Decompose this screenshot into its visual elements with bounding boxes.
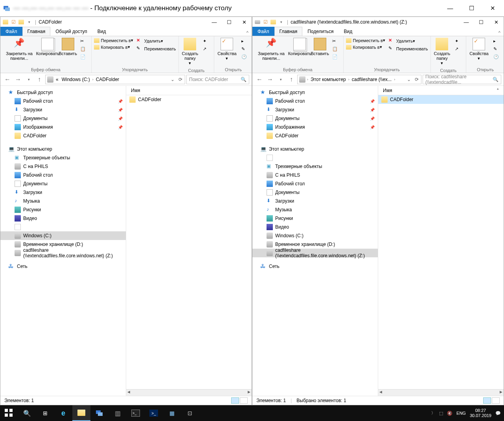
rdp-close-button[interactable]: ✕: [487, 2, 498, 14]
nav-downloads-pc[interactable]: ⬇Загрузки: [0, 188, 126, 197]
taskbar-rdp[interactable]: [90, 405, 109, 421]
tab-share[interactable]: Поделиться: [302, 27, 338, 36]
copy-path-button[interactable]: 📋: [79, 46, 90, 54]
tray-network-icon[interactable]: ⬚: [439, 411, 443, 416]
properties-button[interactable]: Свойства ▾: [467, 37, 491, 62]
easy-access-button[interactable]: ↗: [201, 46, 212, 54]
nav-desktop-pc[interactable]: Рабочий стол: [252, 179, 378, 188]
taskbar-explorer[interactable]: [72, 405, 90, 421]
nav-windows-c[interactable]: Windows (C:): [252, 231, 378, 240]
search-button[interactable]: 🔍: [18, 405, 36, 421]
nav-pictures[interactable]: Изображения📌: [252, 123, 378, 131]
qat-newfolder-icon[interactable]: [18, 18, 25, 26]
nav-3d-objects[interactable]: ▣Трехмерные объекты: [0, 153, 126, 162]
paste-button[interactable]: Вставить: [310, 37, 330, 57]
nav-3d-objects[interactable]: ▣Трехмерные объекты: [252, 162, 378, 171]
open-button[interactable]: ▸: [492, 38, 503, 46]
new-item-button[interactable]: ✦: [201, 38, 212, 46]
nav-downloads[interactable]: ⬇Загрузки📌: [0, 105, 126, 114]
nav-desktop[interactable]: Рабочий стол📌: [252, 97, 378, 105]
horizontal-scrollbar[interactable]: [126, 389, 252, 396]
nav-desktop-pc[interactable]: Рабочий стол: [0, 171, 126, 179]
tab-view[interactable]: Вид: [338, 27, 357, 36]
close-button[interactable]: ✕: [490, 19, 502, 25]
ribbon-collapse-button[interactable]: ^: [243, 30, 252, 36]
nav-c-on-phils[interactable]: C на PHILS: [252, 171, 378, 179]
copy-to-button[interactable]: Копировать в ▾: [344, 44, 387, 50]
new-folder-button[interactable]: Создать папку ▾: [180, 37, 201, 66]
history-button[interactable]: 🕐: [492, 54, 503, 61]
forward-button[interactable]: →: [13, 75, 23, 84]
tray-language[interactable]: ENG: [456, 411, 466, 415]
nav-cadfolder[interactable]: CADFolder: [252, 131, 378, 140]
nav-downloads[interactable]: ⬇Загрузки📌: [252, 105, 378, 114]
tab-home[interactable]: Главная: [22, 27, 51, 36]
up-button[interactable]: ↑: [287, 75, 296, 84]
open-button[interactable]: ▸: [240, 38, 251, 46]
nav-cadfileshare[interactable]: cadfileshare (\\extendcadfiles.file.core…: [0, 249, 126, 257]
nav-documents[interactable]: Документы📌: [0, 114, 126, 123]
nav-cadfileshare[interactable]: cadfileshare (\\extendcadfiles.file.core…: [252, 249, 378, 257]
breadcrumb-1[interactable]: cadfileshare (\\ex...: [350, 77, 393, 82]
column-header-name[interactable]: Имя▴: [378, 86, 504, 95]
taskbar-cmd[interactable]: >_: [127, 405, 145, 421]
nav-pics[interactable]: Рисунки: [252, 214, 378, 223]
address-field[interactable]: « Windows (C:) › CADFolder ⌄ ⟳: [45, 75, 185, 84]
cut-button[interactable]: ✂: [331, 38, 342, 46]
nav-music[interactable]: ♪Музыка: [0, 197, 126, 205]
move-to-button[interactable]: Переместить в ▾: [92, 37, 135, 44]
rename-button[interactable]: ✎Переименовать: [387, 45, 430, 53]
breadcrumb-0[interactable]: Windows (C:): [60, 77, 92, 82]
properties-button[interactable]: Свойства ▾: [215, 37, 239, 62]
nav-documents-pc[interactable]: Документы: [0, 179, 126, 188]
tab-file[interactable]: Файл: [0, 27, 22, 36]
nav-blank-file[interactable]: [252, 153, 378, 162]
view-large-button[interactable]: [492, 397, 500, 404]
rdp-minimize-button[interactable]: —: [444, 2, 456, 14]
tab-view[interactable]: Вид: [92, 27, 111, 36]
edit-button[interactable]: ✎: [240, 46, 251, 54]
edit-button[interactable]: ✎: [492, 46, 503, 54]
nav-video[interactable]: Видео: [0, 214, 126, 223]
easy-access-button[interactable]: ↗: [453, 46, 464, 54]
view-details-button[interactable]: [483, 397, 491, 404]
view-large-button[interactable]: [240, 397, 248, 404]
nav-pics[interactable]: Рисунки: [0, 205, 126, 214]
nav-music[interactable]: ♪Музыка: [252, 205, 378, 214]
address-field[interactable]: › Этот компьютер › cadfileshare (\\ex...…: [297, 75, 421, 84]
nav-downloads-pc[interactable]: ⬇Загрузки: [252, 197, 378, 205]
recent-button[interactable]: ▾: [24, 75, 33, 84]
delete-button[interactable]: ✕Удалить ▾: [387, 37, 430, 45]
taskbar-server-manager[interactable]: ▥: [109, 405, 127, 421]
start-button[interactable]: [0, 405, 18, 421]
tray-clock[interactable]: 08:27 30.07.2019: [470, 408, 491, 418]
taskbar-powershell[interactable]: >_: [145, 405, 163, 421]
back-button[interactable]: ←: [3, 75, 12, 84]
copy-button[interactable]: Копировать: [37, 37, 58, 57]
breadcrumb-1[interactable]: CADFolder: [94, 77, 121, 82]
nav-documents[interactable]: Документы📌: [252, 114, 378, 123]
nav-quick-access[interactable]: ★Быстрый доступ: [252, 88, 378, 97]
tab-home[interactable]: Главная: [274, 27, 303, 36]
search-input[interactable]: Поиск: CADFolder 🔍: [186, 75, 249, 84]
cut-button[interactable]: ✂: [79, 38, 90, 46]
move-to-button[interactable]: Переместить в ▾: [344, 37, 387, 44]
pin-button[interactable]: 📌Закрепить на панели...: [253, 37, 289, 61]
close-button[interactable]: ✕: [238, 19, 250, 25]
tray-sound-icon[interactable]: 🔇: [447, 411, 452, 416]
nav-network[interactable]: 🖧Сеть: [252, 262, 378, 271]
nav-this-pc[interactable]: 💻Этот компьютер: [0, 145, 126, 153]
nav-blank-file[interactable]: [0, 223, 126, 231]
nav-c-on-phils[interactable]: C на PHILS: [0, 162, 126, 171]
taskbar-app2[interactable]: ⊡: [181, 405, 199, 421]
paste-shortcut-button[interactable]: 📄: [331, 54, 342, 61]
paste-shortcut-button[interactable]: 📄: [79, 54, 90, 61]
search-input[interactable]: Поиск: cadfileshare (\\extendcadfile... …: [423, 75, 501, 84]
qat-properties-icon[interactable]: ☑: [10, 18, 17, 26]
maximize-button[interactable]: ☐: [475, 19, 487, 25]
view-details-button[interactable]: [231, 397, 239, 404]
nav-windows-c[interactable]: Windows (C:): [0, 231, 126, 240]
new-folder-button[interactable]: Создать папку ▾: [432, 37, 453, 66]
rdp-maximize-button[interactable]: ☐: [465, 2, 477, 14]
nav-quick-access[interactable]: ★Быстрый доступ: [0, 88, 126, 97]
